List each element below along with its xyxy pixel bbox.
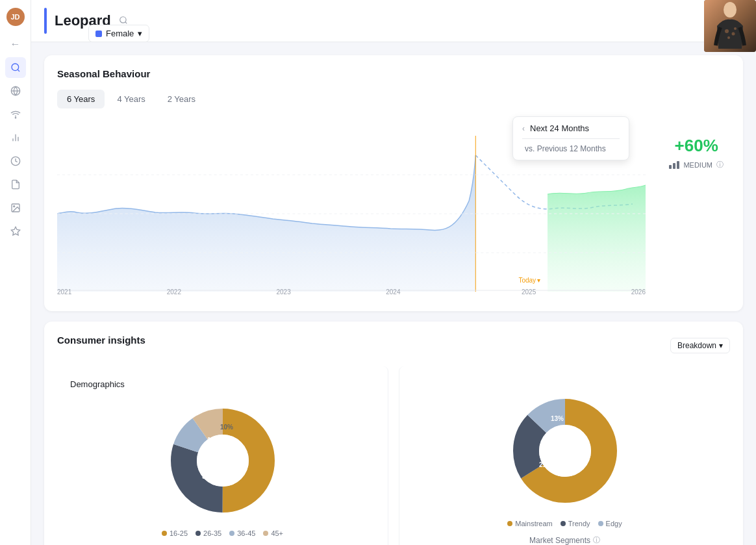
market-legend: Mainstream Trendy Edgy: [507, 520, 622, 527]
sidebar-item-star[interactable]: [5, 221, 26, 242]
trend-value: +60%: [675, 136, 718, 156]
legend-dot-16-25: [162, 531, 167, 536]
tab-6-years[interactable]: 6 Years: [57, 90, 105, 108]
legend-label-16-25: 16-25: [170, 529, 188, 537]
legend-dot-mainstream: [507, 521, 512, 526]
sidebar-item-chart[interactable]: [5, 127, 26, 148]
svg-point-10: [13, 206, 14, 207]
svg-line-1: [18, 70, 19, 71]
svg-point-4: [15, 118, 16, 118]
legend-edgy: Edgy: [598, 520, 622, 527]
x-label-2024: 2024: [386, 288, 400, 296]
market-segments-subtitle: Market Segments ⓘ: [529, 535, 600, 545]
sidebar-item-gallery[interactable]: [5, 197, 26, 218]
x-axis-labels: 2021 2022 2023 2024 2025 2026: [57, 286, 646, 296]
sidebar-item-search[interactable]: [5, 57, 26, 78]
gender-dot: [95, 31, 102, 37]
tab-4-years[interactable]: 4 Years: [107, 90, 155, 108]
sidebar-item-signal[interactable]: [5, 104, 26, 125]
legend-label-36-45: 36-45: [237, 529, 255, 537]
svg-text:50%: 50%: [229, 457, 244, 464]
gender-filter[interactable]: Female ▾: [88, 25, 149, 42]
legend-label-45plus: 45+: [271, 529, 283, 537]
bar-3: [677, 161, 679, 169]
legend-16-25: 16-25: [162, 529, 188, 537]
consumer-insights-title: Consumer insights: [57, 335, 145, 346]
age-segments-panel: Demographics: [57, 366, 388, 545]
x-label-2026: 2026: [631, 288, 646, 296]
tab-2-years[interactable]: 2 Years: [158, 90, 205, 108]
chevron-down-icon: ▾: [138, 29, 142, 38]
today-label: Today ▾: [518, 277, 540, 284]
forecast-label: Next 24 Months: [530, 123, 589, 133]
topbar-right: [712, 14, 743, 29]
market-segments-panel: 66% 21% 13% Mainstream: [399, 366, 730, 545]
svg-line-13: [125, 21, 127, 23]
svg-point-12: [120, 16, 126, 22]
chart-container: ‹ Next 24 Months vs. Previous 12 Months …: [57, 116, 730, 298]
divider: [522, 138, 620, 139]
legend-36-45: 36-45: [229, 529, 255, 537]
sidebar-item-globe[interactable]: [5, 81, 26, 101]
seasonal-behaviour-title: Seasonal Behaviour: [57, 68, 730, 79]
legend-mainstream: Mainstream: [507, 520, 552, 527]
demographics-title: Demographics: [70, 379, 125, 389]
confidence-label: MEDIUM: [683, 161, 712, 169]
legend-dot-36-45: [229, 531, 234, 536]
svg-point-18: [724, 2, 737, 18]
svg-marker-11: [11, 227, 19, 235]
x-label-2023: 2023: [277, 288, 291, 296]
time-tabs: 6 Years 4 Years 2 Years: [57, 90, 730, 108]
market-donut-area: 66% 21% 13% Mainstream: [412, 392, 717, 545]
legend-label-edgy: Edgy: [606, 520, 622, 527]
accent-bar: [44, 8, 47, 34]
demographics-header: Demographics: [70, 379, 375, 389]
consumer-insights-card: Consumer insights Breakdown ▾ Demographi…: [44, 322, 743, 545]
forecast-sub-item[interactable]: vs. Previous 12 Months: [522, 144, 620, 153]
sidebar-item-back[interactable]: ←: [5, 34, 26, 55]
info-icon[interactable]: ⓘ: [716, 160, 724, 170]
svg-text:21%: 21%: [538, 461, 551, 468]
bar-2: [673, 163, 675, 169]
forecast-main-item[interactable]: ‹ Next 24 Months: [522, 123, 620, 133]
x-label-2025: 2025: [522, 288, 536, 296]
legend-45plus: 45+: [263, 529, 283, 537]
legend-dot-45plus: [263, 531, 268, 536]
market-info-icon[interactable]: ⓘ: [593, 535, 600, 545]
breakdown-label: Breakdown: [677, 341, 716, 350]
content-area: Seasonal Behaviour 6 Years 4 Years 2 Yea…: [31, 42, 756, 545]
svg-point-20: [732, 32, 735, 36]
breakdown-button[interactable]: Breakdown ▾: [670, 338, 730, 353]
legend-label-mainstream: Mainstream: [515, 520, 552, 527]
seasonal-behaviour-card: Seasonal Behaviour 6 Years 4 Years 2 Yea…: [44, 55, 743, 311]
chevron-left-icon: ‹: [522, 124, 525, 133]
legend-label-26-35: 26-35: [203, 529, 221, 537]
x-label-2021: 2021: [57, 288, 71, 296]
legend-dot-edgy: [598, 521, 603, 526]
x-label-2022: 2022: [167, 288, 181, 296]
confidence-bars: [669, 161, 679, 169]
chevron-down-icon: ▾: [719, 341, 723, 350]
sidebar-item-clock[interactable]: [5, 151, 26, 171]
bar-1: [669, 165, 672, 169]
trend-indicator: +60% MEDIUM ⓘ: [669, 136, 724, 170]
svg-text:66%: 66%: [575, 450, 590, 457]
market-donut: 66% 21% 13%: [507, 392, 624, 509]
topbar: Leopard Female ▾: [31, 0, 756, 42]
legend-label-trendy: Trendy: [568, 520, 590, 527]
svg-point-19: [725, 29, 729, 33]
main-content: Leopard Female ▾: [31, 0, 756, 545]
topbar-left: Leopard Female ▾: [44, 8, 128, 34]
legend-dot-trendy: [561, 521, 566, 526]
legend-dot-26-35: [195, 531, 201, 536]
svg-text:13%: 13%: [550, 415, 563, 422]
legend-trendy: Trendy: [561, 520, 590, 527]
age-legend: 16-25 26-35 36-45: [162, 529, 283, 537]
sidebar-item-doc[interactable]: [5, 174, 26, 195]
svg-text:10%: 10%: [220, 424, 233, 431]
svg-point-21: [727, 36, 730, 39]
forecast-tooltip[interactable]: ‹ Next 24 Months vs. Previous 12 Months: [512, 116, 629, 160]
age-donut: 50% 30% 10% 10%: [164, 402, 281, 519]
svg-point-0: [12, 64, 19, 71]
sidebar: JD ←: [0, 0, 31, 545]
